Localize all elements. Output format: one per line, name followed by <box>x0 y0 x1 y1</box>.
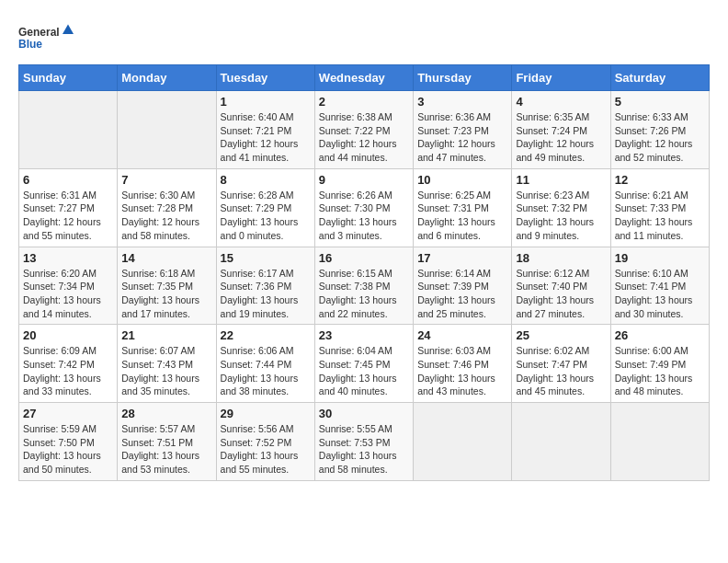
calendar-day-cell: 1Sunrise: 6:40 AMSunset: 7:21 PMDaylight… <box>216 91 314 169</box>
day-number: 11 <box>516 173 606 187</box>
svg-marker-2 <box>63 25 74 35</box>
day-number: 13 <box>23 251 113 265</box>
calendar-week-row: 1Sunrise: 6:40 AMSunset: 7:21 PMDaylight… <box>19 91 710 169</box>
calendar-header: SundayMondayTuesdayWednesdayThursdayFrid… <box>19 65 710 91</box>
calendar-day-cell: 13Sunrise: 6:20 AMSunset: 7:34 PMDayligh… <box>19 247 118 325</box>
weekday-header: Wednesday <box>314 65 413 91</box>
weekday-header-row: SundayMondayTuesdayWednesdayThursdayFrid… <box>19 65 710 91</box>
day-number: 28 <box>121 407 211 420</box>
day-number: 3 <box>417 95 507 109</box>
calendar-day-cell: 20Sunrise: 6:09 AMSunset: 7:42 PMDayligh… <box>19 325 118 403</box>
day-detail: Sunrise: 6:38 AMSunset: 7:22 PMDaylight:… <box>319 110 409 165</box>
calendar-day-cell: 3Sunrise: 6:36 AMSunset: 7:23 PMDaylight… <box>414 91 512 169</box>
calendar-day-cell: 23Sunrise: 6:04 AMSunset: 7:45 PMDayligh… <box>314 325 413 403</box>
calendar-day-cell: 19Sunrise: 6:10 AMSunset: 7:41 PMDayligh… <box>610 247 709 325</box>
day-detail: Sunrise: 6:00 AMSunset: 7:49 PMDaylight:… <box>615 344 705 398</box>
day-detail: Sunrise: 6:04 AMSunset: 7:45 PMDaylight:… <box>319 344 409 398</box>
day-detail: Sunrise: 6:31 AMSunset: 7:27 PMDaylight:… <box>23 189 113 243</box>
day-number: 19 <box>615 251 705 265</box>
calendar-day-cell: 9Sunrise: 6:26 AMSunset: 7:30 PMDaylight… <box>314 168 413 247</box>
calendar-day-cell: 15Sunrise: 6:17 AMSunset: 7:36 PMDayligh… <box>216 247 314 325</box>
calendar-day-cell: 8Sunrise: 6:28 AMSunset: 7:29 PMDaylight… <box>216 168 314 247</box>
day-number: 10 <box>417 173 507 187</box>
day-detail: Sunrise: 6:28 AMSunset: 7:29 PMDaylight:… <box>221 189 311 243</box>
day-detail: Sunrise: 6:09 AMSunset: 7:42 PMDaylight:… <box>23 344 113 398</box>
weekday-header: Thursday <box>414 65 512 91</box>
day-detail: Sunrise: 6:40 AMSunset: 7:21 PMDaylight:… <box>221 110 311 165</box>
calendar-week-row: 27Sunrise: 5:59 AMSunset: 7:50 PMDayligh… <box>19 403 710 481</box>
calendar-body: 1Sunrise: 6:40 AMSunset: 7:21 PMDaylight… <box>19 91 710 481</box>
calendar-week-row: 20Sunrise: 6:09 AMSunset: 7:42 PMDayligh… <box>19 325 710 403</box>
calendar-day-cell: 11Sunrise: 6:23 AMSunset: 7:32 PMDayligh… <box>512 168 610 247</box>
calendar-day-cell: 2Sunrise: 6:38 AMSunset: 7:22 PMDaylight… <box>314 91 413 169</box>
calendar-table: SundayMondayTuesdayWednesdayThursdayFrid… <box>18 64 710 481</box>
day-number: 22 <box>221 328 311 342</box>
calendar-day-cell: 22Sunrise: 6:06 AMSunset: 7:44 PMDayligh… <box>216 325 314 403</box>
calendar-day-cell <box>414 403 512 481</box>
day-detail: Sunrise: 5:56 AMSunset: 7:52 PMDaylight:… <box>221 422 311 477</box>
svg-text:General: General <box>18 26 60 39</box>
calendar-day-cell <box>512 403 610 481</box>
logo-svg: General Blue <box>18 18 74 55</box>
calendar-day-cell: 17Sunrise: 6:14 AMSunset: 7:39 PMDayligh… <box>414 247 512 325</box>
day-detail: Sunrise: 6:10 AMSunset: 7:41 PMDaylight:… <box>615 267 705 321</box>
day-number: 23 <box>319 328 409 342</box>
day-detail: Sunrise: 5:57 AMSunset: 7:51 PMDaylight:… <box>121 422 211 477</box>
day-number: 8 <box>221 173 311 187</box>
calendar-day-cell: 26Sunrise: 6:00 AMSunset: 7:49 PMDayligh… <box>610 325 709 403</box>
day-detail: Sunrise: 6:30 AMSunset: 7:28 PMDaylight:… <box>121 189 211 243</box>
calendar-day-cell: 5Sunrise: 6:33 AMSunset: 7:26 PMDaylight… <box>610 91 709 169</box>
weekday-header: Sunday <box>19 65 118 91</box>
day-number: 5 <box>615 95 705 109</box>
day-detail: Sunrise: 6:20 AMSunset: 7:34 PMDaylight:… <box>23 267 113 321</box>
day-number: 21 <box>121 328 211 342</box>
calendar-day-cell: 4Sunrise: 6:35 AMSunset: 7:24 PMDaylight… <box>512 91 610 169</box>
day-detail: Sunrise: 6:12 AMSunset: 7:40 PMDaylight:… <box>516 267 606 321</box>
day-detail: Sunrise: 6:15 AMSunset: 7:38 PMDaylight:… <box>319 267 409 321</box>
calendar-week-row: 13Sunrise: 6:20 AMSunset: 7:34 PMDayligh… <box>19 247 710 325</box>
weekday-header: Saturday <box>610 65 709 91</box>
calendar-day-cell: 25Sunrise: 6:02 AMSunset: 7:47 PMDayligh… <box>512 325 610 403</box>
day-detail: Sunrise: 6:36 AMSunset: 7:23 PMDaylight:… <box>417 110 507 165</box>
day-number: 6 <box>23 173 113 187</box>
day-number: 30 <box>319 407 409 420</box>
logo: General Blue <box>18 18 74 55</box>
calendar-day-cell: 12Sunrise: 6:21 AMSunset: 7:33 PMDayligh… <box>610 168 709 247</box>
calendar-day-cell: 18Sunrise: 6:12 AMSunset: 7:40 PMDayligh… <box>512 247 610 325</box>
day-number: 25 <box>516 328 606 342</box>
day-number: 29 <box>221 407 311 420</box>
day-number: 9 <box>319 173 409 187</box>
day-number: 20 <box>23 328 113 342</box>
day-detail: Sunrise: 6:18 AMSunset: 7:35 PMDaylight:… <box>121 267 211 321</box>
day-detail: Sunrise: 6:26 AMSunset: 7:30 PMDaylight:… <box>319 189 409 243</box>
day-detail: Sunrise: 6:02 AMSunset: 7:47 PMDaylight:… <box>516 344 606 398</box>
weekday-header: Tuesday <box>216 65 314 91</box>
day-detail: Sunrise: 6:17 AMSunset: 7:36 PMDaylight:… <box>221 267 311 321</box>
day-detail: Sunrise: 6:06 AMSunset: 7:44 PMDaylight:… <box>221 344 311 398</box>
calendar-day-cell: 24Sunrise: 6:03 AMSunset: 7:46 PMDayligh… <box>414 325 512 403</box>
calendar-day-cell: 10Sunrise: 6:25 AMSunset: 7:31 PMDayligh… <box>414 168 512 247</box>
svg-text:Blue: Blue <box>18 38 42 51</box>
weekday-header: Friday <box>512 65 610 91</box>
day-number: 2 <box>319 95 409 109</box>
day-number: 26 <box>615 328 705 342</box>
calendar-week-row: 6Sunrise: 6:31 AMSunset: 7:27 PMDaylight… <box>19 168 710 247</box>
calendar-day-cell <box>610 403 709 481</box>
day-number: 14 <box>121 251 211 265</box>
calendar-day-cell <box>118 91 216 169</box>
day-detail: Sunrise: 6:25 AMSunset: 7:31 PMDaylight:… <box>417 189 507 243</box>
calendar-day-cell: 7Sunrise: 6:30 AMSunset: 7:28 PMDaylight… <box>118 168 216 247</box>
day-detail: Sunrise: 5:59 AMSunset: 7:50 PMDaylight:… <box>23 422 113 477</box>
calendar-day-cell: 30Sunrise: 5:55 AMSunset: 7:53 PMDayligh… <box>314 403 413 481</box>
calendar-day-cell <box>19 91 118 169</box>
calendar-day-cell: 14Sunrise: 6:18 AMSunset: 7:35 PMDayligh… <box>118 247 216 325</box>
day-number: 12 <box>615 173 705 187</box>
day-detail: Sunrise: 6:21 AMSunset: 7:33 PMDaylight:… <box>615 189 705 243</box>
day-detail: Sunrise: 6:33 AMSunset: 7:26 PMDaylight:… <box>615 110 705 165</box>
day-number: 27 <box>23 407 113 420</box>
day-number: 1 <box>221 95 311 109</box>
day-detail: Sunrise: 6:07 AMSunset: 7:43 PMDaylight:… <box>121 344 211 398</box>
day-number: 4 <box>516 95 606 109</box>
day-number: 16 <box>319 251 409 265</box>
day-detail: Sunrise: 5:55 AMSunset: 7:53 PMDaylight:… <box>319 422 409 477</box>
